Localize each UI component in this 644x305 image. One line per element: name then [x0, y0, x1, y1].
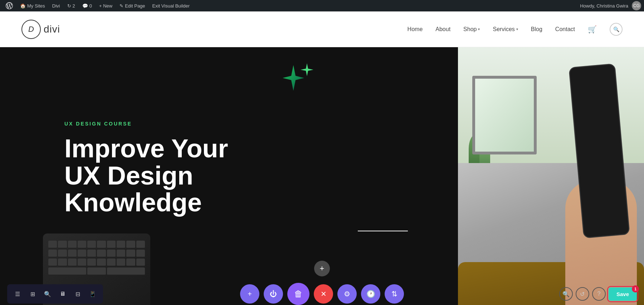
search-button[interactable]: 🔍 — [41, 287, 54, 301]
comments-menu[interactable]: 💬 0 — [79, 0, 95, 11]
row-settings-button[interactable]: ⚙ — [337, 284, 357, 304]
toggle-button[interactable]: ⏻ — [264, 284, 283, 304]
close-icon: ✕ — [321, 290, 327, 298]
exit-visual-builder-button[interactable]: Exit Visual Builder — [150, 0, 193, 11]
new-label: + New — [99, 3, 112, 9]
delete-button[interactable]: 🗑 — [287, 283, 309, 305]
tablet-icon: ⊟ — [75, 291, 80, 297]
hero-title-line1: Improve Your — [64, 134, 228, 163]
trash-icon: 🗑 — [294, 289, 303, 299]
avatar[interactable]: CG — [632, 1, 641, 10]
undo-button[interactable]: ↺ — [576, 287, 589, 301]
edit-page-button[interactable]: ✎ Edit Page — [117, 0, 148, 11]
admin-bar-right: Howdy, Christina Gwira CG — [580, 1, 641, 10]
search-icon: 🔍 — [44, 291, 51, 297]
nav-contact-label: Contact — [555, 26, 575, 33]
columns-icon: ⇅ — [391, 290, 397, 298]
my-sites-menu[interactable]: 🏠 My Sites — [17, 0, 48, 11]
toolbar-center: + ⏻ 🗑 ✕ ⚙ 🕐 ⇅ — [240, 283, 404, 305]
comments-icon: 💬 — [82, 3, 88, 9]
undo-icon: ↺ — [580, 291, 585, 297]
new-content-menu[interactable]: + New — [96, 0, 115, 11]
hero-subtitle: UX DESIGN COURSE — [64, 121, 429, 127]
help-icon: ? — [597, 291, 601, 297]
hamburger-icon: ☰ — [15, 291, 20, 297]
nav-about[interactable]: About — [435, 26, 450, 33]
toolbar-left: ☰ ⊞ 🔍 🖥 ⊟ 📱 — [7, 284, 103, 304]
chevron-down-icon: ▾ — [478, 27, 480, 31]
nav-services-label: Services — [493, 26, 514, 33]
my-sites-label: My Sites — [27, 3, 45, 9]
tablet-view-button[interactable]: ⊟ — [71, 287, 84, 301]
nav-shop-label: Shop — [463, 26, 477, 33]
hero-divider — [358, 231, 408, 231]
add-module-button[interactable]: + — [240, 284, 259, 304]
window-inner — [475, 79, 534, 152]
search-toolbar-button[interactable]: 🔍 — [559, 287, 573, 301]
history-button[interactable]: 🕐 — [361, 284, 380, 304]
mobile-view-button[interactable]: 📱 — [86, 287, 99, 301]
edit-icon: ✎ — [119, 3, 123, 9]
nav-home-label: Home — [408, 26, 423, 33]
nav-about-label: About — [435, 26, 450, 33]
hero-content: UX DESIGN COURSE Improve Your UX Design … — [0, 47, 458, 305]
nav-blog[interactable]: Blog — [531, 26, 542, 33]
hamburger-button[interactable]: ☰ — [11, 287, 24, 301]
logo-circle: D — [21, 20, 41, 39]
save-wrapper: 1 Save — [609, 287, 637, 301]
admin-bar: 🏠 My Sites Divi ↻ 2 💬 0 + New ✎ Edit Pag… — [0, 0, 644, 11]
phone-hand-image — [458, 47, 644, 305]
logo-letter: D — [28, 25, 34, 34]
columns-button[interactable]: ⇅ — [385, 284, 404, 304]
toolbar-right: 🔍 ↺ ? 1 Save — [559, 287, 637, 301]
hero-phone-area — [458, 47, 644, 305]
desktop-icon: 🖥 — [60, 291, 65, 297]
hero-title-line2: UX Design — [64, 161, 193, 190]
site-header: D divi Home About Shop ▾ Services ▾ Blog… — [0, 11, 644, 47]
site-logo[interactable]: D divi — [21, 20, 60, 39]
cart-icon[interactable]: 🛒 — [588, 25, 597, 34]
site-nav: Home About Shop ▾ Services ▾ Blog Contac… — [408, 23, 623, 36]
add-row-button[interactable]: + — [314, 261, 330, 276]
gear-icon: ⚙ — [344, 290, 350, 298]
help-button[interactable]: ? — [592, 287, 606, 301]
nav-contact[interactable]: Contact — [555, 26, 575, 33]
mobile-icon: 📱 — [89, 291, 96, 297]
nav-shop[interactable]: Shop ▾ — [463, 26, 480, 33]
chevron-down-icon: ▾ — [516, 27, 518, 31]
plus-icon: + — [248, 290, 252, 298]
history-icon: 🕐 — [366, 290, 375, 298]
updates-menu[interactable]: ↻ 2 — [64, 0, 78, 11]
hero-title: Improve Your UX Design Knowledge — [64, 135, 429, 216]
nav-blog-label: Blog — [531, 26, 542, 33]
logo-name: divi — [44, 24, 60, 35]
updates-count: 2 — [73, 3, 75, 9]
power-icon: ⏻ — [270, 290, 277, 298]
updates-icon: ↻ — [67, 3, 71, 9]
hero-section: UX DESIGN COURSE Improve Your UX Design … — [0, 47, 644, 305]
search-icon[interactable]: 🔍 — [610, 23, 623, 36]
exit-vb-label: Exit Visual Builder — [152, 3, 190, 9]
desktop-view-button[interactable]: 🖥 — [56, 287, 69, 301]
close-button[interactable]: ✕ — [314, 284, 333, 304]
nav-services[interactable]: Services ▾ — [493, 26, 518, 33]
nav-home[interactable]: Home — [408, 26, 423, 33]
divi-menu[interactable]: Divi — [49, 0, 63, 11]
window-frame — [472, 76, 537, 154]
edit-page-label: Edit Page — [125, 3, 145, 9]
grid-icon: ⊞ — [30, 291, 35, 297]
hero-title-line3: Knowledge — [64, 188, 202, 217]
my-sites-icon: 🏠 — [20, 3, 26, 9]
divi-label: Divi — [52, 3, 60, 9]
comments-count: 0 — [89, 3, 92, 9]
search-icon: 🔍 — [562, 291, 570, 297]
grid-view-button[interactable]: ⊞ — [26, 287, 39, 301]
sparkles-decoration — [279, 62, 315, 99]
add-icon: + — [320, 264, 325, 273]
notification-badge: 1 — [632, 285, 639, 292]
wp-logo-button[interactable] — [3, 0, 16, 11]
user-greeting: Howdy, Christina Gwira — [580, 3, 628, 9]
